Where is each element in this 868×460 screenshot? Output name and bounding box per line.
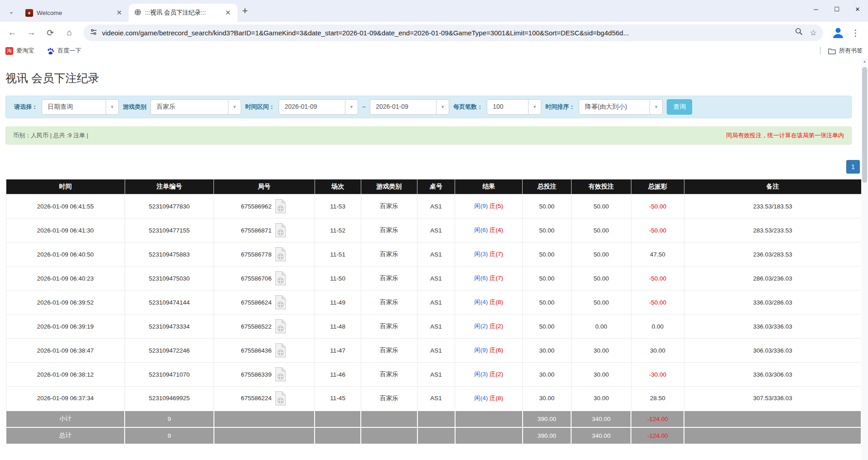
tab-welcome[interactable]: ♠ Welcome ✕	[20, 4, 129, 22]
cell-note: 283.53/233.53	[684, 218, 861, 242]
tab-close-icon[interactable]: ✕	[224, 9, 232, 17]
zoom-icon[interactable]	[795, 28, 803, 38]
footer-payout: -124.00	[631, 411, 684, 427]
tab-strip: ⌄ ♠ Welcome ✕ :::视讯 会员下注纪录::: ✕ + ─ ☐ ✕	[0, 0, 868, 22]
chevron-down-icon: ▼	[650, 100, 662, 114]
cell-total-bet-link[interactable]: 50.00	[523, 218, 572, 242]
footer-total-bet: 390.00	[523, 427, 572, 444]
back-button[interactable]: ←	[4, 24, 20, 41]
tab-close-icon[interactable]: ✕	[115, 9, 123, 17]
cell-table-number: AS1	[417, 315, 455, 339]
bookmarks-bar: 淘 爱淘宝 百度一下 所有书签	[0, 44, 868, 58]
bookmark-label: 爱淘宝	[16, 47, 34, 55]
cell-total-bet-link[interactable]: 50.00	[523, 242, 572, 266]
cell-total-bet-link[interactable]: 50.00	[523, 291, 572, 315]
site-settings-icon[interactable]	[90, 28, 97, 38]
baidu-favicon-icon	[47, 47, 54, 55]
cell-session: 11-53	[315, 194, 361, 218]
cell-session: 11-47	[315, 339, 361, 363]
select-type-label: 请选择：	[14, 103, 38, 111]
url-text[interactable]: videoie.com/game/betrecord_search/kind3?…	[102, 29, 788, 37]
video-replay-icon[interactable]	[274, 319, 287, 334]
cell-total-bet-link[interactable]: 30.00	[523, 387, 572, 411]
cell-round: 675586436	[214, 339, 315, 363]
cell-game-kind: 百家乐	[361, 291, 417, 315]
cell-total-bet-link[interactable]: 50.00	[523, 194, 572, 218]
cell-session: 11-51	[315, 242, 361, 266]
video-replay-icon[interactable]	[274, 391, 287, 406]
bookmark-taobao[interactable]: 淘 爱淘宝	[5, 47, 34, 55]
sort-select[interactable]: 降幂(由大到小) ▼	[579, 99, 663, 115]
round-number: 675586962	[241, 203, 272, 210]
cell-round: 675586224	[214, 387, 315, 411]
cell-round: 675586706	[214, 266, 315, 291]
cell-result: 闲(2) 庄(2)	[455, 315, 523, 339]
video-replay-icon[interactable]	[274, 199, 287, 214]
bookmark-baidu[interactable]: 百度一下	[47, 47, 81, 55]
chevron-down-icon: ▼	[106, 100, 118, 114]
result-banker: 庄(2)	[490, 323, 503, 329]
date-start-value: 2026-01-09	[279, 100, 345, 114]
close-window-button[interactable]: ✕	[847, 0, 868, 18]
cell-result: 闲(9) 庄(6)	[455, 339, 523, 363]
new-tab-button[interactable]: +	[242, 6, 248, 15]
cell-game-kind: 百家乐	[361, 218, 417, 242]
scrollbar-thumb[interactable]	[862, 67, 867, 183]
cell-round: 675586624	[214, 291, 315, 315]
cell-payout: -50.00	[631, 218, 684, 242]
cell-total-bet-link[interactable]: 30.00	[523, 363, 572, 387]
minimize-button[interactable]: ─	[805, 0, 826, 18]
cell-result: 闲(9) 庄(5)	[455, 194, 523, 218]
table-footer-row: 总计 9 390.00 340.00 -124.00	[6, 427, 861, 444]
video-replay-icon[interactable]	[274, 271, 287, 286]
per-page-select[interactable]: 100 ▼	[487, 99, 541, 115]
cell-bet-id: 523109475030	[125, 266, 213, 291]
cell-valid-bet: 30.00	[571, 387, 631, 411]
address-bar[interactable]: videoie.com/game/betrecord_search/kind3?…	[83, 24, 823, 41]
video-replay-icon[interactable]	[274, 295, 287, 310]
home-button[interactable]: ⌂	[61, 24, 78, 41]
cell-round: 675586871	[214, 218, 315, 242]
cell-note: 236.03/283.53	[684, 242, 861, 266]
maximize-button[interactable]: ☐	[826, 0, 847, 18]
table-header-row: 时间注单编号局号场次游戏类别桌号结果总投注有效投注总派彩备注	[6, 179, 861, 194]
cell-game-kind: 百家乐	[361, 194, 417, 218]
page-scrollbar[interactable]: ▲	[861, 58, 868, 460]
query-type-select[interactable]: 日期查询 ▼	[42, 99, 119, 115]
page-1-button[interactable]: 1	[846, 160, 860, 174]
result-player: 闲(4)	[474, 395, 488, 402]
profile-avatar[interactable]	[831, 26, 845, 39]
footer-count: 9	[125, 427, 213, 444]
cell-result: 闲(3) 庄(2)	[455, 363, 523, 387]
browser-menu-icon[interactable]: ⋮	[851, 28, 860, 38]
cell-time: 2026-01-09 06:37:34	[6, 387, 125, 411]
cell-total-bet-link[interactable]: 50.00	[523, 315, 572, 339]
forward-button[interactable]: →	[23, 24, 39, 41]
video-replay-icon[interactable]	[274, 223, 287, 238]
reload-button[interactable]: ⟳	[42, 24, 58, 41]
game-kind-select[interactable]: 百家乐 ▼	[150, 99, 241, 115]
cell-note: 307.53/336.03	[684, 387, 861, 411]
date-end-input[interactable]: 2026-01-09 ▼	[370, 99, 449, 115]
tab-bet-records[interactable]: :::视讯 会员下注纪录::: ✕	[129, 4, 238, 22]
video-replay-icon[interactable]	[274, 247, 287, 262]
cell-session: 11-50	[315, 266, 361, 291]
result-banker: 庄(7)	[490, 251, 503, 257]
scrollbar-up-arrow-icon[interactable]: ▲	[861, 58, 868, 65]
cell-total-bet-link[interactable]: 50.00	[523, 266, 572, 291]
search-button[interactable]: 查询	[667, 99, 692, 115]
footer-total-bet: 390.00	[523, 411, 572, 427]
footer-payout: -124.00	[631, 427, 684, 444]
video-replay-icon[interactable]	[274, 367, 287, 382]
cell-result: 闲(4) 庄(8)	[455, 291, 523, 315]
round-number: 675586224	[241, 395, 272, 402]
date-start-input[interactable]: 2026-01-09 ▼	[279, 99, 358, 115]
result-player: 闲(6)	[474, 275, 488, 281]
all-bookmarks-button[interactable]: 所有书签	[820, 47, 863, 55]
bookmark-star-icon[interactable]: ☆	[810, 28, 817, 38]
video-replay-icon[interactable]	[274, 343, 287, 358]
window-controls: ─ ☐ ✕	[805, 0, 868, 18]
cell-total-bet-link[interactable]: 30.00	[523, 339, 572, 363]
table-row: 2026-01-09 06:39:19 523109473334 6755865…	[6, 315, 861, 339]
tab-search-chevron-icon[interactable]: ⌄	[5, 5, 18, 18]
